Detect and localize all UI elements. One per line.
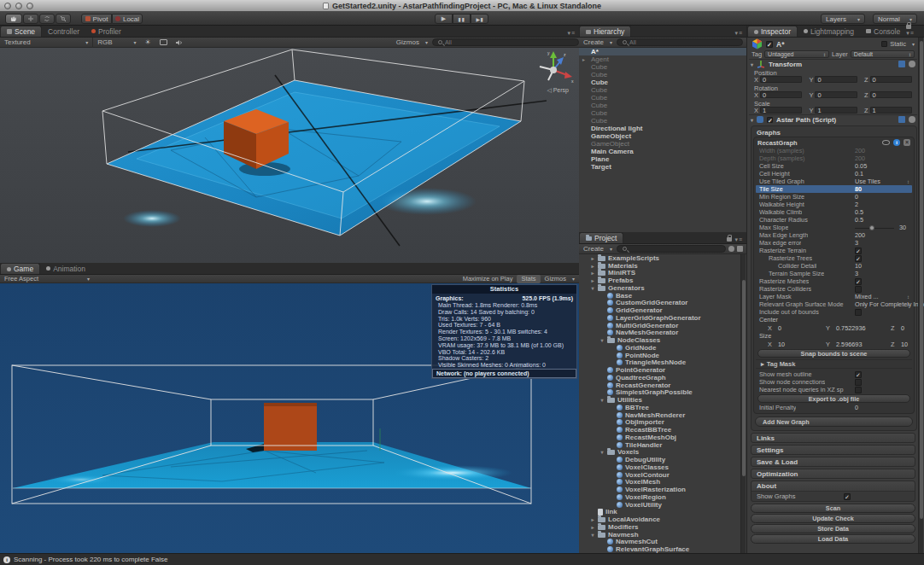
recast-field-row[interactable]: Max Slope30 <box>756 224 912 231</box>
project-item[interactable]: NavmeshCut <box>579 539 746 546</box>
x-value[interactable]: 0 <box>778 324 781 332</box>
recast-field-row[interactable]: Max edge error3 <box>756 239 912 247</box>
foldout-arrow-icon[interactable]: ▸ <box>590 270 595 276</box>
move-tool-button[interactable] <box>23 14 38 24</box>
y-value[interactable]: 0.7522936 <box>836 324 866 332</box>
tab-console[interactable]: Console <box>860 26 906 37</box>
recast-field-row[interactable]: Layer MaskMixed ...↕ <box>756 293 912 300</box>
draw-mode-dropdown[interactable]: Textured▾ <box>0 38 92 48</box>
show-graphs-checkbox[interactable]: ✓ <box>844 493 851 500</box>
project-item[interactable]: VoxelUtility <box>579 501 746 509</box>
recast-field-row[interactable]: Width (samples)200 <box>756 147 912 154</box>
foldout-arrow-icon[interactable]: ▸ <box>590 255 595 261</box>
field-value[interactable]: 0.5 <box>855 216 863 224</box>
maximize-on-play-button[interactable]: Maximize on Play <box>459 275 518 283</box>
project-item[interactable]: CustomGridGenerator <box>579 300 746 307</box>
field-value[interactable]: Use Tiles <box>855 178 880 185</box>
foldout-arrow-icon[interactable]: ▾ <box>751 117 753 123</box>
recast-field-row[interactable]: Rasterize Trees✓ <box>756 254 912 262</box>
inspector-scrollbar-thumb[interactable] <box>920 41 923 519</box>
field-value[interactable]: 0.1 <box>855 170 863 178</box>
local-toggle-button[interactable]: Local <box>112 14 143 24</box>
aspect-dropdown[interactable]: Free Aspect▾ <box>0 275 94 283</box>
project-item[interactable]: VoxelRasterization <box>579 486 746 493</box>
hierarchy-item[interactable]: Target <box>579 163 746 171</box>
object-name[interactable]: A* <box>776 40 784 49</box>
recast-graph-header[interactable]: RecastGraph i× <box>756 138 912 147</box>
panel-menu-icon[interactable]: ▾≡ <box>734 30 746 37</box>
z-field[interactable]: 1 <box>870 107 912 114</box>
hierarchy-item[interactable]: A* <box>579 48 746 55</box>
z-field[interactable]: 0 <box>870 91 912 98</box>
foldout-arrow-icon[interactable]: ▸ <box>582 56 585 62</box>
foldout-arrow-icon[interactable]: ▸ <box>590 263 595 269</box>
skybox-toggle[interactable] <box>155 38 172 48</box>
hierarchy-item[interactable]: Cube <box>579 117 746 125</box>
info-icon[interactable]: i <box>893 139 900 146</box>
recast-field-row[interactable]: Relevant Graph Surface ModeOnly For Comp… <box>756 300 912 308</box>
foldout-arrow-icon[interactable]: ▾ <box>599 449 605 455</box>
project-item[interactable]: ▾Voxels <box>579 449 746 457</box>
hierarchy-item[interactable]: Directional light <box>579 125 746 132</box>
z-value[interactable]: 0 <box>901 324 904 332</box>
project-scrollbar[interactable] <box>740 254 746 553</box>
field-value[interactable]: 2 <box>855 201 858 208</box>
graphs-section-title[interactable]: Graphs <box>753 127 915 137</box>
play-button[interactable]: ▶ <box>435 14 453 24</box>
foldout-arrow-icon[interactable]: ▸ <box>590 524 595 530</box>
foldout-arrow-icon[interactable]: ▸ <box>761 360 764 368</box>
project-item[interactable]: MultiGridGenerator <box>579 322 746 329</box>
project-item[interactable]: RecastMeshObj <box>579 434 746 441</box>
lock-icon[interactable] <box>906 25 911 29</box>
field-value[interactable]: 0.05 <box>855 162 867 170</box>
component-enabled-checkbox[interactable]: ✓ <box>767 117 773 123</box>
recast-field-row[interactable]: Walkable Height2 <box>756 201 912 208</box>
section-settings[interactable]: Settings <box>751 445 915 455</box>
hierarchy-item[interactable]: Cube <box>579 63 746 71</box>
inspector-scrollbar[interactable] <box>918 38 923 553</box>
recast-field-row[interactable]: Cell Size0.05 <box>756 162 912 170</box>
project-item[interactable]: ▾NodeClasses <box>579 336 746 344</box>
field-checkbox[interactable] <box>855 309 862 316</box>
x-field[interactable]: 1 <box>760 107 802 114</box>
scale-tool-button[interactable] <box>56 14 71 24</box>
recast-field-row[interactable]: Rasterize Meshes✓ <box>756 277 912 285</box>
field-checkbox[interactable]: ✓ <box>855 248 862 254</box>
recast-field-row[interactable]: Character Radius0.5 <box>756 216 912 224</box>
project-item[interactable]: BBTree <box>579 404 746 411</box>
panel-menu-icon[interactable]: ▾≡ <box>906 23 924 37</box>
x-value[interactable]: 10 <box>778 341 785 348</box>
recast-field-row[interactable]: Use Tiled GraphUse Tiles↕ <box>756 178 912 185</box>
load-data-button[interactable]: Load Data <box>751 534 915 544</box>
project-item[interactable]: NavMeshGenerator <box>579 329 746 337</box>
project-item[interactable]: RecastGenerator <box>579 382 746 389</box>
add-new-graph-button[interactable]: Add New Graph <box>755 416 913 427</box>
field-value[interactable]: 0 <box>855 404 858 411</box>
hierarchy-search[interactable] <box>617 38 743 46</box>
project-item[interactable]: ▾Generators <box>579 284 746 292</box>
x-field[interactable]: 0 <box>760 76 802 83</box>
field-value[interactable]: Only For Completely Insid <box>855 300 924 308</box>
project-create-button[interactable]: Create▾ <box>579 244 617 254</box>
slider-handle[interactable] <box>869 225 874 230</box>
project-item[interactable]: GridNode <box>579 344 746 352</box>
field-checkbox[interactable] <box>855 286 862 293</box>
lighting-toggle[interactable]: ☀ <box>141 38 155 48</box>
chevron-down-icon[interactable]: ▾ <box>912 41 915 47</box>
foldout-arrow-icon[interactable]: ▾ <box>590 532 595 538</box>
recast-field-row[interactable]: Rasterize Terrain✓ <box>756 247 912 254</box>
y-field[interactable]: 0 <box>815 76 857 83</box>
section-about[interactable]: About <box>751 481 915 492</box>
tab-animation[interactable]: Animation <box>40 263 91 274</box>
project-item[interactable]: Base <box>579 292 746 300</box>
project-item[interactable]: ObjImporter <box>579 419 746 427</box>
foldout-arrow-icon[interactable]: ▸ <box>590 516 595 522</box>
foldout-arrow-icon[interactable]: ▸ <box>590 277 595 283</box>
eye-icon[interactable] <box>882 140 890 145</box>
hierarchy-item[interactable]: ▸Agent <box>579 55 746 63</box>
static-checkbox[interactable] <box>881 41 887 47</box>
project-item[interactable]: VoxelContour <box>579 471 746 479</box>
hierarchy-item[interactable]: Cube <box>579 86 746 94</box>
project-item[interactable]: ▾Navmesh <box>579 531 746 539</box>
z-field[interactable]: 0 <box>870 76 912 83</box>
